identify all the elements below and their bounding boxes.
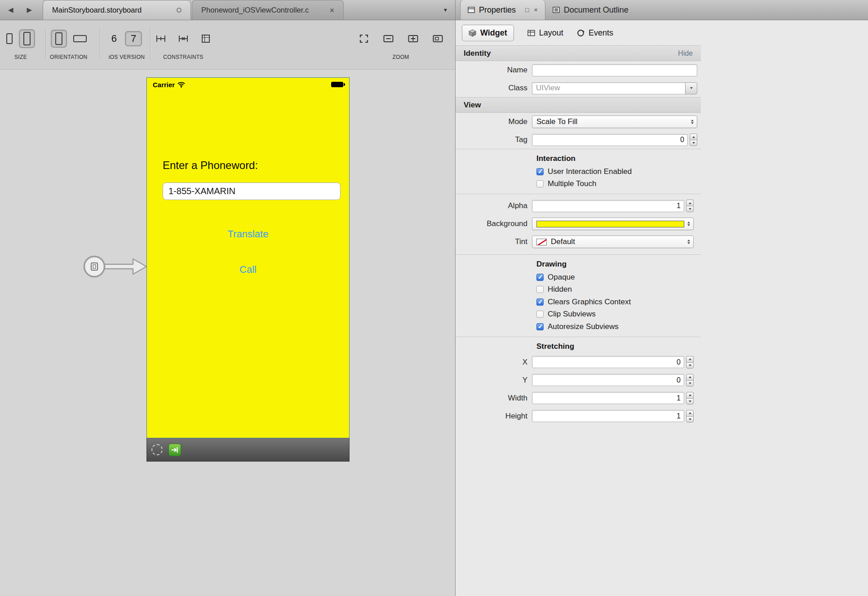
- popup-arrows-icon: [687, 222, 690, 227]
- class-value[interactable]: UIView: [532, 82, 685, 94]
- x-input[interactable]: [532, 356, 684, 368]
- remove-constraint-icon[interactable]: [177, 33, 189, 44]
- width-input[interactable]: [532, 392, 684, 404]
- tab-document-outline[interactable]: Document Outline: [545, 0, 636, 20]
- back-icon[interactable]: ◀: [8, 6, 13, 14]
- tint-dropdown[interactable]: Default: [532, 236, 694, 248]
- checkbox-row: Opaque: [456, 271, 697, 284]
- background-color-dropdown[interactable]: [532, 218, 694, 230]
- phoneword-prompt-label[interactable]: Enter a Phoneword:: [163, 159, 258, 172]
- ios6-button[interactable]: 6: [111, 33, 117, 44]
- widget-cube-icon: [469, 29, 476, 37]
- tab-mainstoryboard[interactable]: MainStoryboard.storyboard: [43, 0, 191, 20]
- width-constraint-icon[interactable]: [155, 33, 167, 44]
- translate-button[interactable]: Translate: [147, 228, 349, 240]
- tab-properties[interactable]: Properties □ ×: [460, 0, 545, 20]
- background-color-swatch: [536, 221, 684, 227]
- battery-icon: [331, 82, 343, 87]
- first-responder-icon[interactable]: [151, 444, 163, 455]
- ios7-button-selected[interactable]: 7: [125, 31, 142, 46]
- tab-overflow-icon[interactable]: ▼: [443, 7, 448, 13]
- alpha-row: Alpha: [456, 197, 697, 215]
- height-label: Height: [456, 412, 532, 421]
- stepper-down[interactable]: [690, 140, 697, 146]
- identity-section-header: Identity Hide: [456, 45, 701, 61]
- fullscreen-icon[interactable]: [358, 33, 370, 44]
- subtab-events[interactable]: Events: [577, 28, 613, 38]
- stepper-up[interactable]: [686, 410, 694, 416]
- y-input[interactable]: [532, 374, 684, 386]
- orientation-group-label: ORIENTATION: [50, 54, 88, 60]
- uiview-canvas[interactable]: Carrier Enter a Phoneword: Transl: [146, 77, 350, 438]
- drawing-header: Drawing: [456, 258, 697, 271]
- portrait-icon: [55, 32, 62, 45]
- exit-segue-icon[interactable]: [168, 444, 181, 456]
- zoom-in-icon[interactable]: [407, 33, 419, 44]
- phoneword-input[interactable]: [163, 182, 341, 200]
- alpha-stepper[interactable]: [686, 200, 694, 212]
- editor-tab-bar: ◀ ▶ MainStoryboard.storyboard Phoneword_…: [0, 0, 455, 20]
- document-outline-icon: [553, 7, 560, 13]
- hidden-checkbox[interactable]: [536, 286, 544, 293]
- size-group: SIZE: [6, 26, 35, 60]
- designer-window: ◀ ▶ MainStoryboard.storyboard Phoneword_…: [0, 0, 868, 596]
- class-dropdown-button[interactable]: [685, 82, 697, 94]
- size-3.5inch-icon[interactable]: [6, 33, 13, 44]
- zoom-out-icon[interactable]: [382, 33, 394, 44]
- tint-row: Tint Default: [456, 233, 697, 251]
- stepper-down[interactable]: [686, 362, 694, 369]
- height-input[interactable]: [532, 410, 684, 422]
- actual-size-icon[interactable]: [432, 33, 444, 44]
- height-stepper[interactable]: [686, 410, 694, 423]
- design-canvas[interactable]: Carrier Enter a Phoneword: Transl: [0, 70, 455, 596]
- forward-icon[interactable]: ▶: [27, 6, 32, 14]
- landscape-icon[interactable]: [73, 35, 87, 42]
- initial-view-controller-arrow[interactable]: [82, 253, 148, 280]
- clip-subviews-checkbox[interactable]: [536, 311, 544, 318]
- subtab-layout[interactable]: Layout: [527, 28, 563, 38]
- checkbox-row: Clip Subviews: [456, 308, 697, 321]
- toolbar-separator: [45, 27, 46, 60]
- stepper-down[interactable]: [686, 398, 694, 405]
- tag-input[interactable]: [532, 134, 688, 146]
- alpha-input[interactable]: [532, 200, 684, 212]
- name-input[interactable]: [532, 64, 697, 76]
- y-stepper[interactable]: [686, 374, 694, 387]
- class-combobox[interactable]: UIView: [532, 82, 697, 94]
- toolbar-separator: [100, 27, 100, 60]
- events-icon: [577, 29, 585, 37]
- tint-value: Default: [551, 237, 684, 246]
- hide-link[interactable]: Hide: [678, 49, 693, 58]
- clears-graphics-context-checkbox[interactable]: [536, 298, 544, 306]
- orientation-portrait-selected[interactable]: [51, 30, 67, 48]
- mode-label: Mode: [456, 117, 532, 126]
- stepper-up[interactable]: [686, 356, 694, 362]
- close-tab-icon[interactable]: ×: [330, 6, 335, 14]
- close-panel-icon[interactable]: ×: [534, 6, 538, 13]
- stepper-up[interactable]: [686, 392, 694, 398]
- mode-dropdown[interactable]: Scale To Fill: [532, 116, 697, 128]
- view-controller[interactable]: Carrier Enter a Phoneword: Transl: [146, 77, 350, 462]
- stepper-down[interactable]: [686, 206, 694, 212]
- user-interaction-checkbox[interactable]: [536, 168, 544, 175]
- autoresize-subviews-checkbox[interactable]: [536, 323, 544, 330]
- stepper-up[interactable]: [686, 374, 694, 380]
- width-stepper[interactable]: [686, 392, 694, 405]
- size-4inch-selected[interactable]: [19, 29, 35, 48]
- subtab-widget[interactable]: Widget: [462, 25, 514, 41]
- stretching-header: Stretching: [456, 340, 697, 353]
- stepper-up[interactable]: [686, 200, 694, 206]
- detach-panel-icon[interactable]: □: [525, 6, 529, 13]
- multiple-touch-checkbox[interactable]: [536, 180, 544, 187]
- stepper-down[interactable]: [686, 380, 694, 387]
- stepper-up[interactable]: [690, 133, 697, 140]
- frame-constraint-icon[interactable]: [200, 33, 212, 44]
- call-button[interactable]: Call: [147, 264, 349, 276]
- opaque-checkbox[interactable]: [536, 274, 544, 281]
- ios-version-group-label: iOS VERSION: [109, 54, 145, 60]
- x-stepper[interactable]: [686, 356, 694, 369]
- tag-stepper[interactable]: [690, 133, 697, 146]
- stretch-width-row: Width: [456, 389, 697, 407]
- tab-viewcontroller[interactable]: Phoneword_iOSViewController.c ×: [192, 0, 344, 20]
- stepper-down[interactable]: [686, 416, 694, 423]
